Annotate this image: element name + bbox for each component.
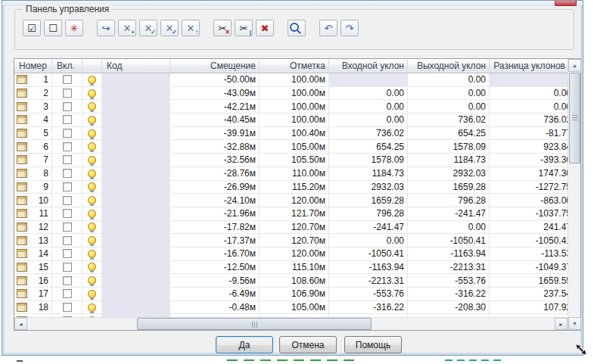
grade-diff-cell[interactable]: 1659.55 [490, 274, 568, 287]
header-code[interactable]: Код [102, 59, 170, 73]
offset-cell[interactable]: -21.96м [170, 207, 260, 220]
header-grade-out[interactable]: Выходной уклон [408, 59, 490, 73]
offset-cell[interactable]: -42.21м [170, 100, 260, 113]
bulb-icon[interactable] [88, 102, 96, 110]
bulb-icon[interactable] [88, 196, 96, 204]
grade-in-cell[interactable]: 796.28 [329, 207, 408, 220]
grade-diff-cell[interactable]: -1050.41 [490, 234, 568, 247]
elevation-cell[interactable]: 100.00м [260, 100, 329, 113]
grade-diff-cell[interactable]: 107.92 [490, 301, 568, 314]
elevation-cell[interactable]: 120.70м [260, 234, 329, 247]
grade-diff-cell[interactable]: 0.00 [490, 100, 568, 113]
code-cell[interactable] [102, 288, 170, 300]
offset-cell[interactable]: -43.09м [170, 87, 260, 100]
table-row[interactable]: 7 -32.56м 105.50м 1578.09 1184.73 -393.3… [14, 154, 568, 167]
enabled-checkbox[interactable] [63, 129, 72, 138]
code-cell[interactable] [102, 301, 170, 314]
accept-point-button[interactable]: ✕✓ [139, 20, 157, 36]
close-button[interactable] [555, 1, 577, 6]
bulb-icon[interactable] [88, 129, 96, 138]
table-row[interactable]: 12 -17.82м 120.70м -241.47 0.00 241.47 [14, 221, 568, 235]
grade-in-cell[interactable]: 1659.28 [329, 194, 408, 207]
elevation-cell[interactable]: 120.70м [260, 221, 329, 234]
enabled-checkbox[interactable] [63, 249, 72, 258]
cut-point-button[interactable]: ✂✕ [213, 20, 232, 36]
grade-in-cell[interactable]: -241.47 [329, 221, 408, 234]
grade-in-cell[interactable]: 736.02 [329, 127, 408, 140]
grade-diff-cell[interactable]: -113.53 [490, 247, 568, 260]
bulb-icon[interactable] [88, 276, 96, 285]
redo-button[interactable]: ↷ [341, 20, 359, 36]
offset-cell[interactable]: -0.48м [170, 301, 260, 314]
scroll-down-button[interactable]: ▼ [568, 317, 581, 330]
bulb-icon[interactable] [88, 142, 96, 151]
code-cell[interactable] [102, 261, 170, 274]
table-row[interactable]: 2 -43.09м 100.00м 0.00 0.00 0.00 [14, 87, 568, 101]
enabled-checkbox[interactable] [63, 155, 72, 164]
table-row[interactable]: 5 -39.91м 100.40м 736.02 654.25 -81.77 [14, 127, 568, 141]
table-row[interactable]: 4 -40.45м 100.00м 0.00 736.02 736.02 [14, 114, 568, 127]
offset-cell[interactable]: -17.37м [170, 234, 260, 247]
bulb-icon[interactable] [88, 76, 96, 84]
scroll-up-button[interactable]: ▲ [568, 59, 581, 72]
elevation-cell[interactable]: 105.00м [260, 301, 329, 314]
grade-diff-cell[interactable]: -863.00 [490, 194, 568, 207]
enabled-checkbox[interactable] [63, 102, 72, 111]
table-row[interactable]: 15 -12.50м 115.10м -1163.94 -2213.31 -10… [14, 261, 568, 275]
bulb-icon[interactable] [88, 303, 96, 312]
offset-cell[interactable]: -6.49м [170, 288, 260, 300]
offset-cell[interactable]: -40.45м [170, 114, 260, 126]
grade-out-cell[interactable]: 0.00 [408, 221, 490, 234]
grade-in-cell[interactable]: 654.25 [329, 140, 408, 153]
code-cell[interactable] [102, 87, 170, 100]
table-row[interactable]: 9 -26.99м 115.20м 2932.03 1659.28 -1272.… [14, 181, 568, 194]
bulb-icon[interactable] [88, 182, 96, 191]
enabled-checkbox[interactable] [63, 89, 72, 98]
grade-out-cell[interactable]: -2213.31 [408, 261, 490, 274]
offset-cell[interactable]: -24.10м [170, 194, 260, 207]
grade-in-cell[interactable]: -2213.31 [329, 274, 408, 287]
grade-diff-cell[interactable]: 923.84 [490, 140, 568, 153]
table-row[interactable]: 8 -28.76м 110.00м 1184.73 2932.03 1747.3… [14, 167, 568, 181]
grade-diff-cell[interactable]: -1049.37 [490, 261, 568, 274]
elevation-cell[interactable]: 115.20м [260, 181, 329, 194]
bulb-icon[interactable] [88, 210, 96, 218]
select-all-points-button[interactable]: ☑ [23, 20, 41, 36]
enabled-checkbox[interactable] [63, 115, 72, 124]
vertical-scroll-thumb[interactable] [569, 73, 580, 163]
grade-out-cell[interactable]: -316.22 [408, 288, 490, 300]
bulb-icon[interactable] [88, 156, 96, 164]
elevation-cell[interactable]: 120.00м [260, 247, 329, 260]
offset-cell[interactable]: -26.99м [170, 181, 260, 194]
code-cell[interactable] [102, 274, 170, 287]
code-cell[interactable] [102, 194, 170, 207]
enabled-checkbox[interactable] [63, 289, 72, 298]
grade-diff-cell[interactable]: -393.36 [490, 154, 568, 166]
enabled-checkbox[interactable] [63, 209, 72, 218]
elevation-cell[interactable]: 108.60м [260, 274, 329, 287]
enabled-checkbox[interactable] [63, 169, 72, 178]
grade-in-cell[interactable]: 1184.73 [329, 167, 408, 180]
grade-diff-cell[interactable]: -81.77 [490, 127, 568, 140]
enabled-checkbox[interactable] [63, 142, 72, 151]
enabled-checkbox[interactable] [63, 236, 72, 245]
bulb-icon[interactable] [88, 222, 96, 231]
table-row[interactable]: 14 -16.70м 120.00м -1050.41 -1163.94 -11… [14, 247, 568, 261]
grade-in-cell[interactable]: -1050.41 [329, 247, 408, 260]
enabled-checkbox[interactable] [63, 303, 72, 312]
header-enabled[interactable]: Вкл. [52, 59, 82, 73]
code-cell[interactable] [102, 140, 170, 153]
elevation-cell[interactable]: 105.00м [260, 140, 329, 153]
code-cell[interactable] [102, 154, 170, 166]
grade-diff-cell[interactable]: -1037.75 [490, 207, 568, 220]
delete-point-button[interactable]: ✖ [256, 20, 274, 36]
grade-in-cell[interactable]: 0.00 [329, 87, 408, 100]
offset-cell[interactable]: -39.91м [170, 127, 260, 140]
undo-button[interactable]: ↶ [319, 20, 337, 36]
grade-in-cell[interactable]: 2932.03 [329, 181, 408, 194]
table-row[interactable]: 18 -0.48м 105.00м -316.22 -208.30 107.92 [14, 301, 568, 315]
code-cell[interactable] [102, 181, 170, 194]
grade-diff-cell[interactable]: 1747.30 [490, 167, 568, 180]
header-elevation[interactable]: Отметка [260, 59, 329, 73]
horizontal-scroll-thumb[interactable] [137, 318, 372, 330]
